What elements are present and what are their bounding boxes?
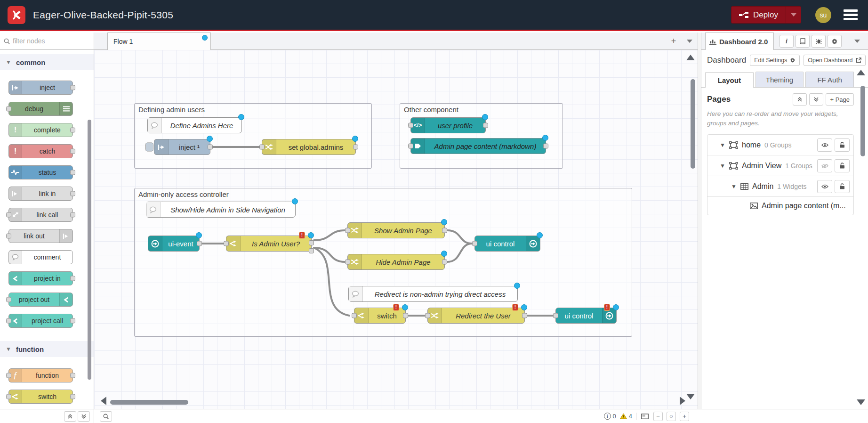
chevron-down-icon[interactable]: ▼: [730, 183, 738, 190]
palette-node-comment[interactable]: comment: [8, 250, 73, 264]
node-is-admin-user[interactable]: Is Admin User? !: [226, 236, 312, 252]
zoom-out-button[interactable]: −: [653, 412, 663, 421]
output-port-1[interactable]: [309, 240, 314, 245]
info-count[interactable]: i 0: [604, 413, 616, 420]
node-redirect-comment[interactable]: Redirect is non-admin trying direct acce…: [348, 286, 518, 302]
palette-node-function[interactable]: ƒ function: [8, 368, 73, 382]
lock-button[interactable]: [835, 159, 850, 172]
main-menu-button[interactable]: [844, 8, 858, 22]
config-tab-button[interactable]: [828, 35, 842, 48]
palette-node-link-call[interactable]: link call: [8, 208, 73, 222]
page-row-admin-view[interactable]: ▼ Admin View 1 Groups: [707, 155, 853, 176]
node-inject[interactable]: inject ¹: [154, 139, 210, 155]
palette-node-project-call[interactable]: project call: [8, 314, 73, 328]
chevron-down-icon[interactable]: ▼: [719, 142, 726, 148]
palette-node-debug[interactable]: debug: [8, 102, 73, 116]
palette-node-link-in[interactable]: link in: [8, 187, 73, 201]
warning-count[interactable]: 4: [620, 413, 632, 420]
palette-expand-button[interactable]: [78, 411, 90, 422]
edit-settings-button[interactable]: Edit Settings: [750, 55, 800, 66]
zoom-in-button[interactable]: +: [680, 412, 689, 421]
collapse-all-button[interactable]: [793, 93, 807, 106]
canvas-hscrollbar[interactable]: [110, 400, 188, 405]
canvas-scroll-down[interactable]: [686, 394, 695, 399]
palette-node-status[interactable]: status: [8, 165, 73, 179]
input-port[interactable]: [472, 241, 477, 246]
sidebar-tabs-caret[interactable]: [851, 35, 863, 47]
node-ui-control-2[interactable]: ui control !: [555, 308, 617, 324]
node-admin-page-content[interactable]: Admin page content (markdown): [410, 138, 546, 154]
deploy-options-caret[interactable]: [786, 7, 801, 23]
sidebar-scroll-down[interactable]: [857, 399, 865, 405]
palette-node-link-out[interactable]: link out: [8, 229, 73, 243]
canvas-scroll-up[interactable]: [686, 55, 695, 60]
output-port-2[interactable]: [309, 248, 314, 253]
palette-node-inject[interactable]: inject: [8, 81, 73, 95]
input-port[interactable]: [352, 313, 357, 318]
info-tab-button[interactable]: i: [780, 35, 794, 48]
output-port[interactable]: [543, 144, 548, 149]
flow-list-caret[interactable]: [683, 35, 696, 47]
add-flow-button[interactable]: +: [667, 35, 680, 47]
deploy-button[interactable]: Deploy: [731, 6, 801, 24]
canvas-scroll-left[interactable]: [101, 397, 106, 405]
wire-show-to-uicontrol1[interactable]: [447, 230, 472, 244]
tab-ff-auth[interactable]: FF Auth: [805, 72, 854, 87]
filter-nodes-input[interactable]: [13, 37, 79, 45]
output-port[interactable]: [197, 241, 202, 246]
wire-isadmin-to-switch[interactable]: [314, 248, 349, 316]
canvas-search-button[interactable]: [100, 411, 112, 422]
palette-node-complete[interactable]: ! complete: [8, 123, 73, 137]
inject-trigger-button[interactable]: [145, 143, 153, 152]
input-port[interactable]: [408, 144, 413, 149]
tab-dashboard-2[interactable]: Dashboard 2.0: [705, 33, 774, 50]
input-port[interactable]: [224, 241, 229, 246]
output-port[interactable]: [442, 260, 447, 265]
input-port[interactable]: [259, 145, 265, 150]
palette-node-catch[interactable]: ! catch: [8, 144, 73, 158]
sidebar-scrollbar[interactable]: [860, 86, 865, 156]
user-avatar[interactable]: su: [815, 7, 831, 23]
node-show-hide-admin-comment[interactable]: Show/Hide Admin in Side Navigation: [146, 202, 296, 218]
add-page-button[interactable]: + Page: [826, 93, 854, 106]
visibility-button[interactable]: [817, 180, 832, 193]
palette-node-project-in[interactable]: project in: [8, 271, 73, 285]
input-port[interactable]: [408, 123, 413, 128]
output-port[interactable]: [353, 145, 358, 150]
page-row-home[interactable]: ▼ home 0 Groups: [707, 135, 853, 155]
wire-hide-to-uicontrol1[interactable]: [447, 244, 472, 262]
lock-button[interactable]: [835, 180, 850, 193]
sidebar-scroll-up[interactable]: [857, 70, 865, 75]
output-port[interactable]: [483, 123, 488, 128]
group-row-admin[interactable]: ▼ Admin 1 Widgets: [707, 176, 853, 197]
node-user-profile[interactable]: </> user profile: [410, 117, 486, 133]
chevron-down-icon[interactable]: ▼: [719, 163, 726, 169]
debug-tab-button[interactable]: [812, 35, 826, 48]
flow-canvas[interactable]: Defining admin users Other component Adm…: [94, 50, 698, 409]
category-common[interactable]: ▼ common: [0, 54, 94, 70]
zoom-reset-button[interactable]: ○: [667, 412, 676, 421]
output-port[interactable]: [442, 228, 447, 233]
input-port[interactable]: [345, 260, 350, 265]
widget-row-admin-page-content[interactable]: Admin page content (m...: [707, 197, 853, 215]
palette-scrollbar[interactable]: [88, 120, 91, 380]
node-define-admins-here[interactable]: Define Admins Here: [147, 117, 242, 133]
sidebar-resize-handle[interactable]: [698, 33, 701, 409]
open-dashboard-button[interactable]: Open Dashboard: [804, 55, 865, 66]
navigator-button[interactable]: [640, 412, 650, 421]
palette-node-switch[interactable]: switch: [8, 390, 73, 404]
palette-collapse-button[interactable]: [64, 411, 76, 422]
palette-node-project-out[interactable]: project out: [8, 293, 73, 307]
lock-button[interactable]: [835, 138, 850, 152]
node-show-admin-page[interactable]: Show Admin Page: [347, 222, 445, 238]
visibility-button[interactable]: [817, 159, 832, 172]
input-port[interactable]: [553, 313, 558, 318]
wire-isadmin-to-show[interactable]: [314, 230, 345, 240]
tab-flow-1[interactable]: Flow 1: [107, 33, 211, 50]
canvas-scroll-right[interactable]: [680, 397, 685, 405]
output-port[interactable]: [403, 313, 408, 318]
tab-theming[interactable]: Theming: [755, 72, 804, 87]
node-switch[interactable]: switch !: [354, 308, 406, 324]
help-tab-button[interactable]: [796, 35, 810, 48]
node-redirect-the-user[interactable]: Redirect the User !: [427, 308, 525, 324]
